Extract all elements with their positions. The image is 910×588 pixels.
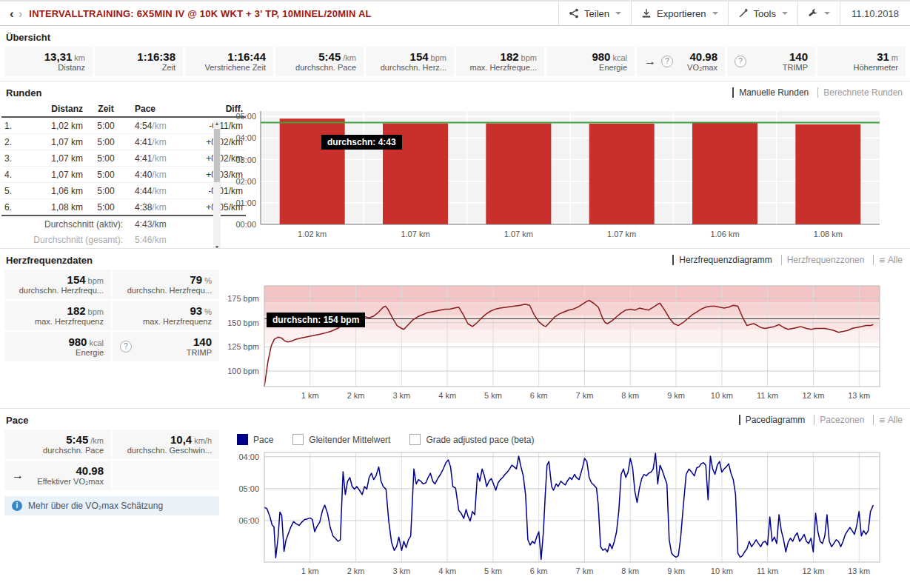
stat-energie: 980kcalEnergie bbox=[4, 332, 111, 361]
lap-table: DistanzZeitPaceDiff.1.1,02 km5:004:54/km… bbox=[1, 102, 246, 247]
pace-stats-panel: 5:45/km durchschn. Pace 10,4km/h durchsc… bbox=[0, 430, 224, 584]
stat-effektiver-vo2max: → 40.98 Effektiver VO₂max bbox=[4, 461, 111, 490]
prev-activity-button[interactable]: ‹ bbox=[7, 7, 16, 20]
svg-text:9 km: 9 km bbox=[667, 391, 685, 400]
svg-text:175 bpm: 175 bpm bbox=[227, 294, 259, 303]
svg-text:150 bpm: 150 bpm bbox=[227, 318, 259, 327]
table-row: 6.1,08 km5:004:38/km+0:05/km bbox=[1, 199, 246, 216]
chevron-down-icon bbox=[615, 12, 621, 15]
svg-text:2 km: 2 km bbox=[347, 391, 365, 400]
svg-text:1.07 km: 1.07 km bbox=[504, 230, 533, 238]
svg-text:13 km: 13 km bbox=[848, 391, 870, 400]
lap-bar[interactable] bbox=[795, 124, 860, 224]
svg-text:10 km: 10 km bbox=[711, 391, 733, 400]
help-icon[interactable]: ? bbox=[661, 56, 673, 67]
next-activity-button[interactable]: › bbox=[16, 7, 25, 20]
help-icon[interactable]: ? bbox=[735, 56, 746, 67]
lap-pace-bar-chart[interactable]: 00:0001:0002:0003:0004:0005:001.02 km1.0… bbox=[224, 104, 909, 248]
legend-item-grade-adjusted-pace-beta[interactable]: Grade adjusted pace (beta) bbox=[409, 434, 534, 445]
tab-herzfrequenzdiagramm[interactable]: Herzfrequenzdiagramm bbox=[672, 255, 772, 265]
tab-pacediagramm[interactable]: Pacediagramm bbox=[739, 415, 806, 425]
stat-distanz: 13,31kmDistanz bbox=[4, 47, 93, 76]
svg-text:1.07 km: 1.07 km bbox=[401, 230, 429, 238]
svg-text:100 bpm: 100 bpm bbox=[227, 367, 259, 375]
tab-manuelle-runden[interactable]: Manuelle Runden bbox=[732, 87, 809, 98]
col-zeit: Zeit bbox=[86, 102, 126, 117]
legend-item-gleitender-mittelwert[interactable]: Gleitender Mittelwert bbox=[292, 434, 390, 445]
svg-text:2 km: 2 km bbox=[347, 567, 365, 575]
trend-arrow-icon: → bbox=[644, 56, 656, 67]
legend-item-pace[interactable]: Pace bbox=[237, 434, 273, 445]
stat-max-herzfreque: 182bpmmax. Herzfreque... bbox=[456, 47, 544, 76]
lap-bar[interactable] bbox=[486, 124, 551, 224]
svg-text:04:00: 04:00 bbox=[238, 452, 259, 461]
tab-alle[interactable]: ≡Alle bbox=[873, 415, 903, 425]
svg-text:11 km: 11 km bbox=[757, 391, 778, 400]
legend-checkbox[interactable] bbox=[409, 434, 421, 445]
pace-chart[interactable]: 04:0005:0006:001 km2 km3 km4 km5 km6 km7… bbox=[224, 447, 909, 582]
wrench-icon bbox=[808, 8, 818, 19]
tools-button[interactable]: Tools bbox=[728, 1, 797, 25]
share-button-label: Teilen bbox=[584, 8, 609, 19]
tab-alle[interactable]: ≡Alle bbox=[873, 255, 903, 265]
stat-max-herzfrequenz: 93%max. Herzfrequenz bbox=[113, 301, 219, 330]
pace-chart-panel: PaceGleitender MittelwertGrade adjusted … bbox=[224, 430, 910, 584]
avg-hr-tooltip: durchschn: 154 bpm bbox=[267, 313, 365, 327]
stat-durchschn-pace: 5:45/kmdurchschn. Pace bbox=[275, 47, 364, 76]
svg-text:5 km: 5 km bbox=[484, 567, 502, 575]
pace-section: Pace PacediagrammPacezonen≡Alle 5:45/km … bbox=[0, 408, 910, 585]
table-footer-row: Durchschnitt (gesamt):5:46/km bbox=[1, 232, 246, 247]
chevron-down-icon bbox=[824, 12, 830, 15]
lap-table-panel: DistanzZeitPaceDiff.1.1,02 km5:004:54/km… bbox=[0, 102, 224, 248]
tab-herzfrequenzzonen[interactable]: Herzfrequenzzonen bbox=[781, 255, 865, 265]
svg-text:1 km: 1 km bbox=[301, 391, 319, 400]
col-pace: Pace bbox=[126, 102, 185, 117]
svg-text:03:00: 03:00 bbox=[235, 156, 256, 164]
vo2max-info-link[interactable]: i Mehr über die VO₂max Schätzung bbox=[4, 496, 219, 515]
svg-text:13 km: 13 km bbox=[848, 567, 870, 575]
settings-button[interactable] bbox=[797, 1, 840, 25]
lap-bar[interactable] bbox=[692, 122, 757, 224]
overview-section: Übersicht 13,31kmDistanz1:16:38Zeit1:16:… bbox=[0, 26, 910, 81]
svg-text:12 km: 12 km bbox=[802, 567, 824, 575]
table-row: 2.1,07 km5:004:41/km+0:02/km bbox=[1, 134, 246, 150]
lap-table-scrollbar[interactable]: ▲ ▼ bbox=[213, 120, 221, 248]
svg-text:7 km: 7 km bbox=[576, 567, 594, 575]
svg-text:00:00: 00:00 bbox=[235, 220, 256, 229]
activity-page: ‹ › INTERVALLTRAINING: 6X5MIN IV @ 10K W… bbox=[0, 0, 910, 588]
svg-text:05:00: 05:00 bbox=[238, 484, 259, 493]
tools-icon bbox=[738, 8, 749, 19]
stat-durchschn-pace: 5:45/km durchschn. Pace bbox=[4, 430, 111, 459]
tab-pacezonen[interactable]: Pacezonen bbox=[814, 415, 864, 425]
svg-text:11 km: 11 km bbox=[757, 567, 778, 575]
laps-tabs: Manuelle RundenBerechnete Runden bbox=[723, 87, 903, 98]
scrollbar-thumb[interactable] bbox=[214, 129, 220, 182]
lap-bar[interactable] bbox=[589, 124, 655, 224]
svg-text:10 km: 10 km bbox=[711, 567, 733, 575]
stat-verstrichene-zeit: 1:16:44Verstrichene Zeit bbox=[185, 47, 273, 76]
pace-chart-legend: PaceGleitender MittelwertGrade adjusted … bbox=[237, 434, 910, 445]
scroll-up-icon[interactable]: ▲ bbox=[213, 120, 221, 127]
heart-rate-chart[interactable]: 100 bpm125 bpm150 bpm175 bpm1 km2 km3 km… bbox=[224, 278, 909, 406]
chevron-down-icon bbox=[712, 12, 718, 15]
legend-checkbox[interactable] bbox=[292, 434, 304, 445]
lap-chart-panel: 00:0001:0002:0003:0004:0005:001.02 km1.0… bbox=[224, 102, 910, 248]
tab-berechnete-runden[interactable]: Berechnete Runden bbox=[817, 87, 903, 98]
svg-text:1.07 km: 1.07 km bbox=[607, 230, 636, 238]
svg-text:4 km: 4 km bbox=[438, 567, 456, 575]
legend-checkbox[interactable] bbox=[237, 434, 248, 445]
stat-vo-max: →?40.98VO₂max bbox=[637, 47, 725, 76]
svg-text:02:00: 02:00 bbox=[235, 177, 256, 186]
activity-title: INTERVALLTRAINING: 6X5MIN IV @ 10K WKT +… bbox=[29, 1, 371, 25]
activity-date[interactable]: 11.10.2018 bbox=[840, 1, 910, 25]
export-button[interactable]: Exportieren bbox=[631, 1, 727, 25]
table-row: 3.1,07 km5:004:41/km+0:02/km bbox=[1, 150, 246, 167]
share-button[interactable]: Teilen bbox=[558, 1, 631, 25]
svg-text:5 km: 5 km bbox=[484, 391, 502, 400]
download-icon bbox=[641, 8, 652, 19]
help-icon[interactable]: ? bbox=[120, 341, 132, 353]
menu-icon: ≡ bbox=[879, 415, 885, 425]
avg-pace-tooltip: durchschn: 4:43 bbox=[321, 135, 402, 150]
pace-tabs: PacediagrammPacezonen≡Alle bbox=[730, 415, 903, 425]
heart-rate-tabs: HerzfrequenzdiagrammHerzfrequenzzonen≡Al… bbox=[663, 255, 903, 265]
